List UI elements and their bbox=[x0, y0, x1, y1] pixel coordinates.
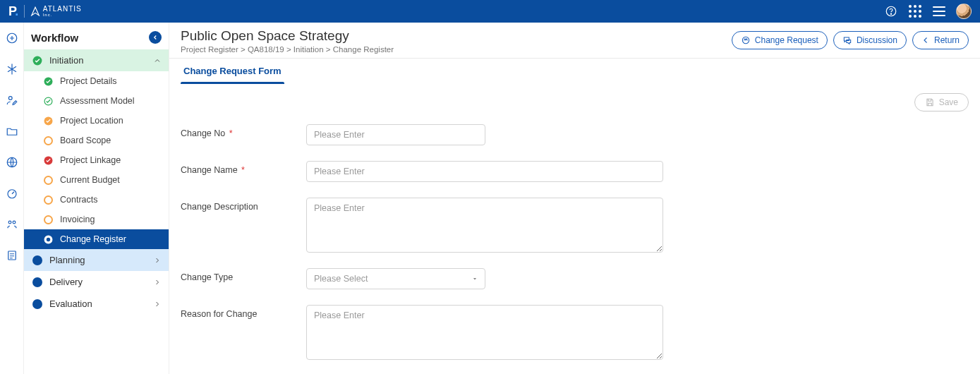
sidebar-item-project-location[interactable]: Project Location bbox=[24, 111, 169, 131]
form-label-change_desc: Change Description bbox=[181, 198, 306, 212]
status-dot-icon bbox=[44, 235, 53, 244]
section-status-icon bbox=[32, 56, 42, 66]
required-indicator: * bbox=[226, 128, 232, 138]
required-indicator: * bbox=[239, 165, 245, 175]
sidebar: Workflow InitiationProject DetailsAssess… bbox=[24, 23, 169, 374]
section-label: Evaluation bbox=[49, 298, 153, 309]
sidebar-collapse-button[interactable] bbox=[149, 31, 162, 44]
form-area: Save Change No *Change Name *Change Desc… bbox=[169, 83, 980, 374]
return-button[interactable]: Return bbox=[912, 31, 969, 49]
form-input-change_type[interactable] bbox=[306, 268, 485, 289]
sidebar-item-project-linkage[interactable]: Project Linkage bbox=[24, 150, 169, 170]
svg-point-7 bbox=[13, 221, 16, 224]
section-status-icon bbox=[32, 277, 42, 287]
form-select-change_type[interactable] bbox=[306, 268, 485, 289]
status-dot-icon bbox=[44, 195, 53, 205]
status-dot-icon bbox=[44, 156, 53, 165]
form-row-change_type: Change Type bbox=[181, 268, 969, 289]
user-edit-icon[interactable] bbox=[5, 93, 19, 107]
change-request-label: Change Request bbox=[755, 35, 818, 45]
page-header: Public Open Space Strategy Project Regis… bbox=[169, 23, 980, 59]
form-label-change_no: Change No * bbox=[181, 124, 306, 138]
status-dot-icon bbox=[44, 136, 53, 145]
form-label-change_type: Change Type bbox=[181, 268, 306, 282]
main-content: Public Open Space Strategy Project Regis… bbox=[169, 23, 980, 374]
menu-icon[interactable] bbox=[932, 4, 946, 18]
svg-point-3 bbox=[8, 97, 12, 100]
svg-point-1 bbox=[890, 13, 891, 14]
discussion-button[interactable]: Discussion bbox=[833, 31, 907, 49]
status-dot-icon bbox=[44, 116, 53, 126]
form-label-change_name: Change Name * bbox=[181, 161, 306, 175]
form-row-change_desc: Change Description bbox=[181, 198, 969, 253]
dashboard-icon[interactable] bbox=[5, 186, 19, 200]
sidebar-section-planning[interactable]: Planning bbox=[24, 249, 169, 271]
form-row-change_name: Change Name * bbox=[181, 161, 969, 182]
form-input-change_no[interactable] bbox=[306, 124, 485, 145]
icon-rail bbox=[0, 23, 24, 374]
svg-point-15 bbox=[47, 237, 50, 241]
section-status-icon bbox=[32, 299, 42, 309]
breadcrumb: Project Register > QA818/19 > Initiation… bbox=[181, 45, 394, 54]
svg-point-6 bbox=[8, 221, 11, 224]
globe-icon[interactable] bbox=[5, 155, 19, 169]
brand-logo[interactable]: ATLANTIS Inc. bbox=[30, 6, 82, 17]
chevron-up-icon bbox=[153, 56, 162, 65]
snowflake-icon[interactable] bbox=[5, 62, 19, 76]
sidebar-item-label: Project Details bbox=[60, 76, 117, 86]
sidebar-item-label: Change Register bbox=[60, 234, 126, 244]
sidebar-item-label: Assessment Model bbox=[60, 96, 135, 106]
save-button[interactable]: Save bbox=[914, 93, 969, 111]
sidebar-section-delivery[interactable]: Delivery bbox=[24, 271, 169, 293]
sidebar-item-label: Contracts bbox=[60, 195, 98, 205]
team-icon[interactable] bbox=[5, 217, 19, 231]
chevron-right-icon bbox=[153, 278, 162, 286]
apps-icon[interactable] bbox=[908, 4, 922, 18]
brand-sub: Inc. bbox=[43, 13, 82, 17]
sidebar-item-label: Board Scope bbox=[60, 135, 111, 145]
form-input-change_desc[interactable] bbox=[306, 198, 663, 253]
sidebar-nav: InitiationProject DetailsAssessment Mode… bbox=[24, 49, 169, 374]
avatar[interactable] bbox=[956, 4, 972, 19]
add-icon[interactable] bbox=[5, 31, 19, 45]
section-label: Initiation bbox=[49, 55, 153, 66]
top-toolbar: P. ATLANTIS Inc. bbox=[0, 0, 980, 23]
folder-icon[interactable] bbox=[5, 124, 19, 138]
section-label: Planning bbox=[49, 255, 153, 265]
tab-change-request-form[interactable]: Change Request Form bbox=[181, 59, 284, 83]
chevron-right-icon bbox=[153, 256, 162, 265]
app-logo[interactable]: P. bbox=[8, 4, 18, 19]
sidebar-item-label: Current Budget bbox=[60, 175, 120, 185]
status-dot-icon bbox=[44, 97, 53, 106]
sidebar-item-project-details[interactable]: Project Details bbox=[24, 71, 169, 91]
sidebar-item-change-register[interactable]: Change Register bbox=[24, 229, 169, 249]
sidebar-item-current-budget[interactable]: Current Budget bbox=[24, 170, 169, 190]
page-actions: Change Request Discussion Return bbox=[732, 28, 969, 49]
sidebar-item-invoicing[interactable]: Invoicing bbox=[24, 210, 169, 229]
status-dot-icon bbox=[44, 215, 53, 224]
form-input-change_name[interactable] bbox=[306, 161, 663, 182]
report-icon[interactable] bbox=[5, 248, 19, 263]
sidebar-item-assessment-model[interactable]: Assessment Model bbox=[24, 91, 169, 111]
sidebar-section-initiation[interactable]: Initiation bbox=[24, 49, 169, 71]
change-request-button[interactable]: Change Request bbox=[732, 31, 828, 49]
section-label: Delivery bbox=[49, 277, 153, 287]
status-dot-icon bbox=[44, 77, 53, 86]
sidebar-section-evaluation[interactable]: Evaluation bbox=[24, 293, 169, 315]
save-label: Save bbox=[939, 97, 958, 107]
topbar-right bbox=[884, 4, 972, 19]
status-dot-icon bbox=[44, 176, 53, 185]
sidebar-item-label: Invoicing bbox=[60, 215, 95, 224]
form-row-change_no: Change No * bbox=[181, 124, 969, 145]
section-status-icon bbox=[32, 255, 42, 265]
form-input-reason[interactable] bbox=[306, 305, 663, 360]
sidebar-item-contracts[interactable]: Contracts bbox=[24, 190, 169, 210]
tabs: Change Request Form bbox=[169, 59, 980, 83]
help-icon[interactable] bbox=[884, 4, 898, 18]
logo-separator bbox=[24, 5, 25, 18]
sidebar-item-board-scope[interactable]: Board Scope bbox=[24, 131, 169, 150]
return-label: Return bbox=[934, 35, 960, 45]
chevron-right-icon bbox=[153, 300, 162, 308]
discussion-label: Discussion bbox=[857, 35, 897, 45]
sidebar-item-label: Project Linkage bbox=[60, 155, 121, 165]
